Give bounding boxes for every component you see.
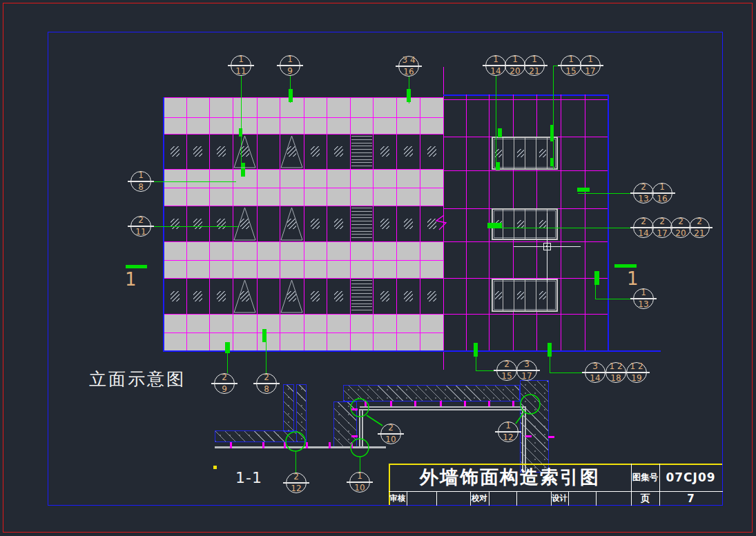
section-marker-right: 1 [627, 270, 639, 288]
callout-bubble: 211 [128, 213, 154, 239]
window-mullion [503, 138, 503, 168]
leader-tick [577, 188, 590, 192]
window-mullion [536, 210, 536, 239]
leader-line [151, 181, 236, 183]
window-mullion [514, 138, 514, 168]
elevation-bottom-edge [163, 350, 661, 352]
leader-tick [547, 343, 552, 357]
title-block-vline [489, 491, 490, 506]
callout-page-no: 10 [378, 435, 404, 444]
louver-panel [351, 136, 372, 167]
window-mullion [503, 280, 503, 310]
joint-dash [329, 442, 331, 448]
grid-line-v [209, 97, 210, 350]
grid-line-v [350, 97, 351, 350]
joint-dash [440, 401, 442, 406]
callout-bubble: 113 [630, 286, 657, 312]
grid-line-v [396, 97, 397, 350]
glass-mark [380, 291, 389, 301]
joint-dash [351, 408, 358, 410]
wall-band [163, 97, 443, 134]
glass-mark [193, 146, 202, 157]
glass-mark [334, 291, 343, 301]
grid-line-v [304, 97, 304, 350]
callout-bubble: 212 [283, 470, 309, 496]
title-block-vline [568, 491, 569, 506]
joint-dash [548, 436, 554, 438]
callout-bubble: 3 416 [396, 53, 422, 79]
leader-line [578, 193, 633, 195]
window-mullion [503, 210, 503, 239]
callout-bubble: 1 219 [623, 359, 650, 386]
leader-tick [241, 163, 245, 177]
glass-mark [404, 146, 413, 157]
glass-mark [193, 219, 202, 229]
grid-line-h [443, 99, 608, 100]
glass-mark [539, 149, 546, 157]
leader-tick [239, 128, 242, 137]
glass-mark [287, 146, 296, 157]
leader-line [151, 226, 238, 228]
callout-page-no: 10 [347, 483, 373, 493]
leader-tick [225, 342, 230, 353]
design-label: 设计 [551, 491, 568, 506]
callout-page-no: 16 [649, 194, 675, 204]
grid-line-h [443, 314, 608, 315]
callout-page-no: 8 [253, 384, 280, 394]
callout-detail-no: 2 [378, 423, 404, 433]
grid-line-v [327, 97, 327, 350]
joint-dash [488, 401, 490, 406]
callout-detail-no: 2 [686, 217, 713, 226]
glass-mark [517, 291, 524, 299]
leader-line [241, 76, 242, 177]
finish-line [362, 409, 363, 448]
glass-mark [311, 291, 320, 301]
callout-detail-no: 1 [649, 182, 675, 192]
grid-line-v [257, 97, 258, 350]
callout-detail-no: 1 [630, 288, 657, 297]
callout-detail-no: 1 [521, 54, 547, 64]
callout-page-no: 11 [128, 227, 154, 237]
joint-dash [365, 401, 367, 406]
page-value: 7 [659, 491, 722, 506]
drawing-title: 外墙饰面构造索引图 [389, 464, 631, 491]
callout-page-no: 19 [623, 373, 650, 383]
callout-bubble: 221 [686, 215, 713, 241]
glass-mark [334, 219, 343, 229]
drawing-layer: 111193 416114120121115117182112131162142… [0, 0, 756, 536]
grid-line-v [420, 97, 420, 350]
grid-line-h [443, 170, 608, 171]
callout-page-no: 21 [686, 228, 713, 238]
joint-dash [390, 401, 392, 406]
glass-mark [217, 219, 226, 229]
grid-line-v [585, 95, 585, 350]
finish-line [522, 406, 523, 473]
callout-page-no: 17 [577, 66, 603, 76]
callout-bubble: 29 [211, 370, 238, 397]
leader-tick [474, 343, 478, 357]
finish-line [525, 406, 526, 473]
window-mullion [525, 210, 525, 239]
window-mullion [536, 280, 536, 310]
title-block-vline [436, 491, 437, 506]
glass-mark [287, 219, 296, 229]
glass-mark [311, 146, 320, 157]
joint-dash [525, 435, 532, 437]
callout-detail-no: 2 [128, 215, 154, 225]
callout-page-no: 12 [283, 484, 309, 493]
elevation-left-edge [163, 97, 164, 350]
joint-dash [414, 401, 416, 406]
finish-line [215, 446, 386, 448]
cad-canvas[interactable]: 111193 416114120121115117182112131162142… [0, 0, 756, 536]
callout-bubble: 18 [128, 168, 154, 195]
glass-mark [311, 219, 320, 229]
title-block: 外墙饰面构造索引图 图集号 07CJ09 审核 校对 设计 页 7 [389, 464, 723, 506]
callout-bubble: 116 [649, 180, 675, 206]
glass-mark [427, 146, 436, 157]
glass-mark [171, 291, 180, 301]
callout-detail-no: 1 [347, 471, 373, 481]
leader-tick [289, 89, 293, 102]
joint-dash [306, 442, 308, 448]
leader-tick [126, 265, 147, 268]
glass-mark [240, 219, 249, 229]
